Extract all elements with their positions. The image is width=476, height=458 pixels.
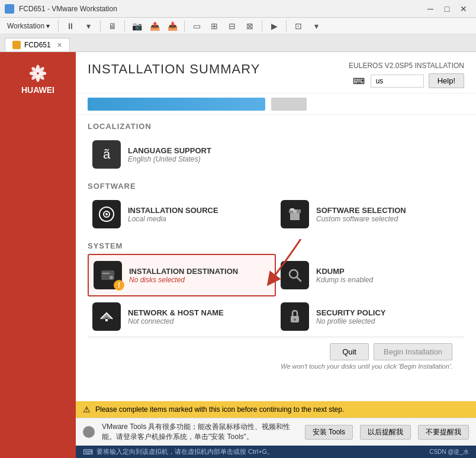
kdump-item[interactable]: KDUMP Kdump is enabled bbox=[276, 254, 464, 296]
quit-button[interactable]: Quit bbox=[330, 343, 369, 360]
localization-grid: ã LANGUAGE SUPPORT English (United State… bbox=[88, 134, 464, 175]
selection-title: SOFTWARE SELECTION bbox=[316, 206, 459, 215]
begin-installation-button[interactable]: Begin Installation bbox=[374, 343, 452, 360]
snapshot-button[interactable]: 📷 bbox=[128, 19, 145, 33]
huawei-text: HUAWEI bbox=[21, 85, 54, 95]
svg-rect-14 bbox=[290, 208, 294, 211]
toolbar-separator-4 bbox=[184, 20, 185, 32]
security-policy-item[interactable]: SECURITY POLICY No profile selected bbox=[276, 296, 464, 337]
svg-line-20 bbox=[297, 278, 301, 282]
kdump-text: KDUMP Kdump is enabled bbox=[316, 267, 459, 284]
svg-rect-18 bbox=[102, 273, 110, 274]
action-bar: Quit Begin Installation We won't touch y… bbox=[88, 337, 464, 376]
software-selection-item[interactable]: SOFTWARE SELECTION Custom software selec… bbox=[276, 194, 464, 234]
toolbar-separator-5 bbox=[262, 20, 262, 32]
view-btn3[interactable]: ⊟ bbox=[224, 19, 240, 33]
source-icon bbox=[92, 200, 121, 228]
install-tools-button[interactable]: 安装 Tools bbox=[305, 425, 353, 440]
snapshot-btn2[interactable]: 📤 bbox=[146, 19, 163, 33]
title-bar: FCD651 - VMware Workstation ─ □ ✕ bbox=[0, 0, 476, 18]
localization-section-label: LOCALIZATION bbox=[88, 115, 464, 134]
system-section-label: SYSTEM bbox=[88, 234, 464, 254]
security-text: SECURITY POLICY No profile selected bbox=[316, 308, 459, 325]
language-glyph: ã bbox=[103, 147, 110, 162]
status-bar: ⌨ 要将输入定向到该虚拟机，请在虚拟机内部单击或按 Ctrl+G。 CSDN @… bbox=[76, 446, 476, 458]
app-icon bbox=[5, 4, 14, 14]
tab-close-icon[interactable]: ✕ bbox=[57, 41, 62, 49]
display-button[interactable]: 🖥 bbox=[104, 19, 121, 33]
svg-point-10 bbox=[105, 213, 108, 215]
huawei-logo bbox=[28, 64, 47, 83]
language-subtitle: English (United States) bbox=[128, 155, 271, 163]
fullscreen-btn2[interactable]: ▾ bbox=[308, 19, 324, 33]
fullscreen-button[interactable]: ⊡ bbox=[290, 19, 307, 33]
action-note: We won't touch your disks until you clic… bbox=[99, 363, 452, 370]
source-text: INSTALLATION SOURCE Local media bbox=[128, 206, 271, 223]
network-item[interactable]: NETWORK & HOST NAME Not connected bbox=[88, 296, 276, 337]
vmware-tools-icon bbox=[83, 426, 95, 438]
installation-source-item[interactable]: INSTALLATION SOURCE Local media bbox=[88, 194, 276, 234]
security-title: SECURITY POLICY bbox=[316, 308, 459, 317]
snapshot-btn3[interactable]: 📥 bbox=[164, 19, 181, 33]
workstation-menu[interactable]: Workstation ▾ bbox=[2, 20, 54, 32]
language-support-item[interactable]: ã LANGUAGE SUPPORT English (United State… bbox=[88, 134, 276, 175]
tab-label: FCD651 bbox=[24, 41, 51, 49]
help-button[interactable]: Help! bbox=[429, 73, 464, 88]
view-btn2[interactable]: ⊞ bbox=[206, 19, 223, 33]
network-title: NETWORK & HOST NAME bbox=[128, 308, 271, 317]
source-title: INSTALLATION SOURCE bbox=[128, 206, 271, 215]
selection-text: SOFTWARE SELECTION Custom software selec… bbox=[316, 206, 459, 223]
csdn-badge: CSDN @逆_水 bbox=[429, 448, 469, 456]
minimize-button[interactable]: ─ bbox=[423, 3, 438, 15]
view-btn4[interactable]: ⊠ bbox=[242, 19, 258, 33]
network-text: NETWORK & HOST NAME Not connected bbox=[128, 308, 271, 325]
no-remind-button[interactable]: 不要提醒我 bbox=[418, 425, 469, 440]
pause-button[interactable]: ⏸ bbox=[62, 19, 79, 33]
language-icon: ã bbox=[92, 140, 121, 169]
destination-text: INSTALLATION DESTINATION No disks select… bbox=[129, 267, 270, 284]
workstation-dropdown-icon: ▾ bbox=[46, 22, 50, 30]
toolbar-separator-6 bbox=[286, 20, 287, 32]
remind-later-button[interactable]: 以后提醒我 bbox=[360, 425, 411, 440]
progress-area bbox=[76, 93, 476, 115]
search-glyph bbox=[287, 267, 303, 283]
progress-bar-localization bbox=[88, 98, 265, 111]
installation-destination-item[interactable]: ! INSTALLATION DESTINATION No disks sele… bbox=[88, 254, 276, 296]
view-btn1[interactable]: ▭ bbox=[188, 19, 205, 33]
status-text: 要将输入定向到该虚拟机，请在虚拟机内部单击或按 Ctrl+G。 bbox=[97, 447, 274, 456]
package-glyph bbox=[287, 206, 303, 222]
vmware-tools-bar: VMware Tools 具有很多功能；能改善鼠标移动性、视频和性能。请登录客户… bbox=[76, 418, 476, 446]
maximize-button[interactable]: □ bbox=[439, 3, 455, 15]
lock-glyph bbox=[287, 308, 303, 325]
toolbar-separator-1 bbox=[58, 20, 59, 32]
toolbar-btn-2[interactable]: ▾ bbox=[80, 19, 97, 33]
summary-title: INSTALLATION SUMMARY bbox=[88, 62, 260, 77]
close-button[interactable]: ✕ bbox=[456, 3, 471, 15]
console-button[interactable]: ▶ bbox=[266, 19, 282, 33]
sidebar: HUAWEI bbox=[0, 52, 76, 458]
vm-content: INSTALLATION SUMMARY EULEROS V2.0SP5 INS… bbox=[76, 52, 476, 458]
warning-triangle-icon: ⚠ bbox=[83, 405, 91, 414]
svg-rect-21 bbox=[105, 319, 108, 321]
action-buttons: Quit Begin Installation bbox=[99, 343, 452, 360]
warning-banner: ⚠ Please complete items marked with this… bbox=[76, 401, 476, 418]
sections-container: LOCALIZATION ã LANGUAGE SUPPORT English … bbox=[76, 115, 476, 401]
svg-point-23 bbox=[294, 318, 296, 321]
euler-title: EULEROS V2.0SP5 INSTALLATION bbox=[349, 62, 464, 70]
kdump-title: KDUMP bbox=[316, 267, 459, 276]
tab-fcd651[interactable]: FCD651 ✕ bbox=[5, 38, 70, 51]
header-right: EULEROS V2.0SP5 INSTALLATION ⌨ Help! bbox=[349, 62, 464, 88]
keyboard-input[interactable] bbox=[371, 75, 424, 88]
main-area: HUAWEI INSTALLATION SUMMARY EULEROS V2.0… bbox=[0, 52, 476, 458]
language-text: LANGUAGE SUPPORT English (United States) bbox=[128, 146, 271, 163]
keyboard-row: ⌨ Help! bbox=[353, 73, 464, 88]
destination-title: INSTALLATION DESTINATION bbox=[129, 267, 270, 276]
package-icon bbox=[281, 200, 309, 228]
network-icon bbox=[92, 302, 121, 331]
destination-subtitle: No disks selected bbox=[129, 276, 270, 284]
hdd-glyph bbox=[99, 267, 116, 283]
lock-icon bbox=[281, 302, 309, 331]
kdump-icon bbox=[281, 261, 309, 289]
security-subtitle: No profile selected bbox=[316, 317, 459, 325]
svg-rect-11 bbox=[290, 212, 300, 220]
